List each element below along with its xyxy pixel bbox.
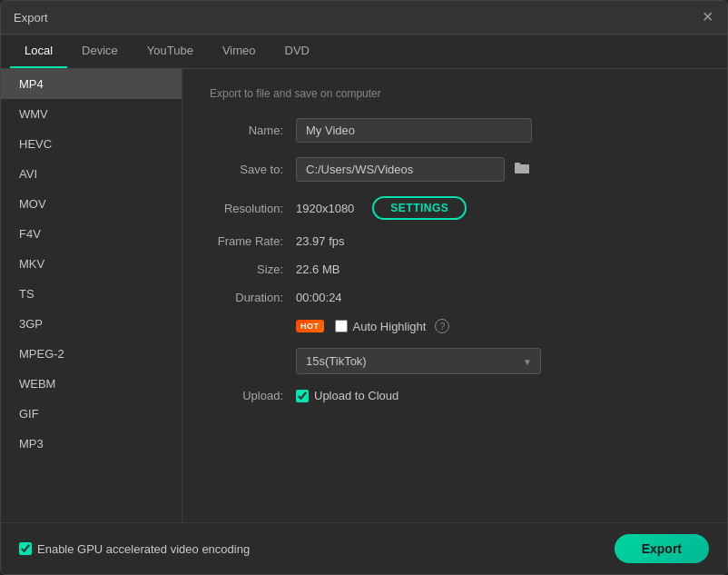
settings-button[interactable]: SETTINGS	[372, 196, 467, 220]
resolution-value: 1920x1080	[296, 202, 354, 215]
sidebar-item-mkv[interactable]: MKV	[1, 249, 182, 279]
tiktok-dropdown-wrapper: 15s(TikTok) 30s(TikTok)	[296, 348, 541, 374]
duration-label: Duration:	[210, 291, 296, 304]
gpu-checkbox[interactable]	[19, 542, 32, 555]
upload-to-cloud-label[interactable]: Upload to Cloud	[314, 389, 398, 402]
sidebar-item-webm[interactable]: WEBM	[1, 369, 182, 399]
content-area: MP4 WMV HEVC AVI MOV F4V MKV TS 3GP MPEG…	[1, 69, 727, 522]
hot-badge: HOT	[296, 320, 324, 332]
format-sidebar: MP4 WMV HEVC AVI MOV F4V MKV TS 3GP MPEG…	[1, 69, 182, 522]
sidebar-item-wmv[interactable]: WMV	[1, 99, 182, 129]
tiktok-row: 15s(TikTok) 30s(TikTok)	[210, 348, 700, 374]
sidebar-item-f4v[interactable]: F4V	[1, 219, 182, 249]
upload-row: Upload: Upload to Cloud	[210, 389, 700, 402]
save-to-controls	[296, 157, 534, 182]
size-value: 22.6 MB	[296, 263, 339, 276]
export-subtitle: Export to file and save on computer	[210, 87, 700, 100]
main-panel: Export to file and save on computer Name…	[182, 69, 727, 522]
upload-checkbox[interactable]	[296, 390, 309, 402]
sidebar-item-mov[interactable]: MOV	[1, 189, 182, 219]
gpu-label[interactable]: Enable GPU accelerated video encoding	[37, 542, 250, 556]
sidebar-item-ts[interactable]: TS	[1, 279, 182, 309]
save-to-label: Save to:	[210, 163, 296, 176]
gpu-row: Enable GPU accelerated video encoding	[19, 542, 250, 556]
sidebar-item-hevc[interactable]: HEVC	[1, 129, 182, 159]
bottom-bar: Enable GPU accelerated video encoding Ex…	[1, 522, 727, 574]
resolution-row: Resolution: 1920x1080 SETTINGS	[210, 196, 700, 220]
sidebar-item-mp4[interactable]: MP4	[1, 69, 182, 99]
auto-highlight-controls: HOT Auto Highlight ?	[296, 319, 449, 333]
export-window: Export ✕ Local Device YouTube Vimeo DVD …	[0, 0, 728, 575]
help-icon[interactable]: ?	[435, 319, 449, 333]
upload-controls: Upload to Cloud	[296, 389, 398, 402]
tabs-bar: Local Device YouTube Vimeo DVD	[1, 35, 727, 69]
resolution-controls: 1920x1080 SETTINGS	[296, 196, 467, 220]
save-path-input[interactable]	[296, 157, 505, 182]
auto-highlight-row: HOT Auto Highlight ?	[210, 319, 700, 333]
sidebar-item-gif[interactable]: GIF	[1, 399, 182, 429]
close-button[interactable]: ✕	[700, 10, 714, 25]
tab-device[interactable]: Device	[67, 35, 133, 68]
tab-dvd[interactable]: DVD	[271, 35, 324, 68]
name-row: Name:	[210, 118, 700, 143]
name-label: Name:	[210, 124, 296, 137]
size-label: Size:	[210, 263, 296, 276]
frame-rate-row: Frame Rate: 23.97 fps	[210, 234, 700, 248]
folder-icon[interactable]	[510, 159, 534, 181]
tiktok-dropdown[interactable]: 15s(TikTok) 30s(TikTok)	[296, 348, 541, 374]
duration-value: 00:00:24	[296, 291, 342, 304]
frame-rate-label: Frame Rate:	[210, 234, 296, 248]
resolution-label: Resolution:	[210, 202, 296, 215]
size-row: Size: 22.6 MB	[210, 263, 700, 276]
export-button[interactable]: Export	[615, 534, 709, 563]
sidebar-item-mp3[interactable]: MP3	[1, 429, 182, 459]
tab-youtube[interactable]: YouTube	[133, 35, 208, 68]
save-to-row: Save to:	[210, 157, 700, 182]
sidebar-item-mpeg2[interactable]: MPEG-2	[1, 339, 182, 369]
tab-vimeo[interactable]: Vimeo	[208, 35, 271, 68]
auto-highlight-checkbox[interactable]	[335, 320, 348, 332]
name-input[interactable]	[296, 118, 532, 143]
tab-local[interactable]: Local	[10, 35, 67, 68]
sidebar-item-3gp[interactable]: 3GP	[1, 309, 182, 339]
auto-highlight-text: Auto Highlight	[353, 320, 427, 333]
window-title: Export	[14, 11, 48, 25]
sidebar-item-avi[interactable]: AVI	[1, 159, 182, 189]
frame-rate-value: 23.97 fps	[296, 234, 345, 248]
upload-label: Upload:	[210, 389, 296, 402]
title-bar: Export ✕	[1, 1, 727, 35]
duration-row: Duration: 00:00:24	[210, 291, 700, 304]
